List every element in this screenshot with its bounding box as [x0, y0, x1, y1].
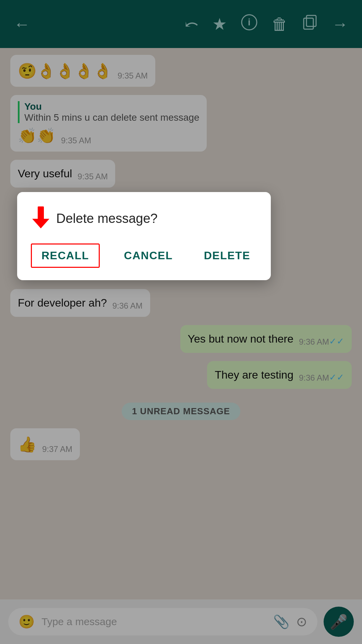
- svg-marker-5: [32, 219, 49, 228]
- dialog-title: Delete message?: [56, 211, 158, 226]
- cancel-button[interactable]: CANCEL: [117, 245, 180, 267]
- svg-rect-4: [38, 206, 44, 219]
- dialog-buttons: RECALL CANCEL DELETE: [31, 243, 257, 268]
- delete-button[interactable]: DELETE: [197, 245, 257, 267]
- down-arrow-icon: [31, 206, 51, 231]
- delete-dialog: Delete message? RECALL CANCEL DELETE: [17, 192, 271, 280]
- dialog-title-row: Delete message?: [31, 206, 257, 231]
- dialog-overlay: [0, 0, 362, 644]
- recall-button-wrapper[interactable]: RECALL: [31, 243, 100, 268]
- recall-button[interactable]: RECALL: [41, 249, 89, 262]
